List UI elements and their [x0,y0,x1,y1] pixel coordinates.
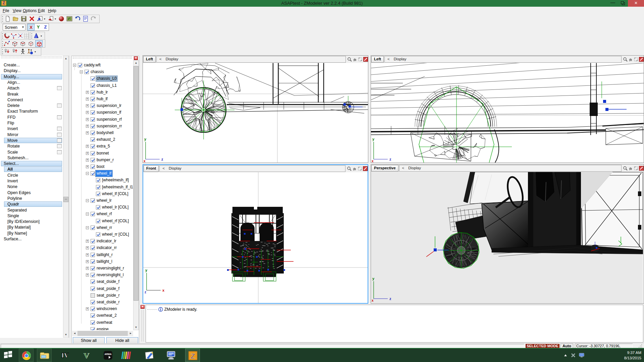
tree-expander-icon[interactable]: + [86,267,89,270]
tree-checkbox[interactable] [91,124,95,128]
tree-label[interactable]: exhaust_2 [96,136,116,143]
tree-label[interactable]: wheel_lf [COL] [101,191,129,197]
render-mode-icon[interactable] [639,166,644,171]
tree-checkbox[interactable] [91,97,95,101]
tray-app-icon[interactable] [571,353,576,358]
taskbar-remote-desktop-icon[interactable] [164,349,178,362]
tree-expander-icon[interactable]: + [86,118,89,121]
polyline-mode-icon[interactable] [3,40,10,47]
tree-label[interactable]: indicator_lr [96,238,117,244]
tree-label[interactable]: suspension_lf [96,109,122,116]
tree-expander-icon[interactable]: + [86,111,89,114]
tree-checkbox[interactable] [91,327,95,330]
tree-expander-icon[interactable]: + [86,260,89,263]
tree-checkbox[interactable] [91,253,95,257]
command-by-name[interactable]: [By Name] [0,231,63,236]
bones-figure-icon[interactable] [19,48,26,55]
command-exact-transform[interactable]: Exact Transform [0,109,63,114]
scroll-up-icon[interactable]: ▲ [63,56,68,61]
tree-checkbox[interactable] [91,313,95,318]
command-modify[interactable]: Modify... [0,74,63,80]
scroll-down-icon[interactable]: ▼ [63,332,68,337]
tree-label[interactable]: seat_pside_r [96,292,121,299]
tree-label[interactable]: bonnet [96,150,110,157]
maximize-viewport-icon[interactable] [358,166,362,171]
scroll-thumb[interactable] [63,197,68,202]
tree-checkbox[interactable] [91,83,95,88]
material-editor-sphere-icon[interactable] [58,15,65,22]
tree-label[interactable]: taillight_l [96,258,113,265]
tree-label[interactable]: reversinglight_l [96,272,125,278]
scroll-right-icon[interactable]: ► [128,331,133,336]
command-scale[interactable]: Scale [0,149,63,155]
save-icon[interactable] [20,15,28,22]
command-by-material[interactable]: [By Material] [0,225,63,230]
command-single[interactable]: Single [0,213,63,219]
taskbar-image-editor-icon[interactable] [142,349,157,362]
command-circle[interactable]: Circle [0,173,63,178]
log-panel-close-icon[interactable]: ✕ [141,305,145,309]
wireframe-canvas-front[interactable]: yxz [143,172,368,303]
option-box[interactable] [57,104,62,108]
command-align[interactable]: Align... [0,80,63,85]
command-delete[interactable]: Delete [0,103,63,109]
zoom-icon[interactable] [347,57,352,62]
pan-hand-icon[interactable] [628,166,633,171]
tree-checkbox[interactable] [91,137,95,142]
dropdown-arrow-icon[interactable]: ▾ [44,17,47,20]
tree-panel-close-icon[interactable]: ✕ [134,56,138,60]
tree-checkbox[interactable] [96,178,100,182]
tree-label[interactable]: chassis [90,69,105,75]
texture-browser-icon[interactable] [66,15,73,22]
command-ffd[interactable]: FFD [0,115,63,120]
close-button[interactable]: ✕ [628,0,644,7]
command-display[interactable]: Display... [0,68,63,74]
option-box[interactable] [57,133,62,137]
tree-expander-icon[interactable]: + [86,104,89,107]
option-box[interactable] [57,150,62,154]
tree-checkbox[interactable] [91,90,95,95]
command-flip[interactable]: Flip [0,120,63,126]
tree-expander-icon[interactable]: + [86,145,89,148]
tree-label[interactable]: [wheelmesh_lf_l1] [101,184,133,190]
tree-checkbox[interactable] [91,266,95,270]
open-file-icon[interactable] [12,15,19,22]
tree-scrollbar[interactable]: ▲ ▼ [133,60,139,330]
tree-checkbox[interactable] [91,117,95,122]
edges-level-icon[interactable] [19,40,26,47]
dropdown-arrow-icon[interactable]: ▾ [41,35,44,38]
axis-z-button[interactable]: Z [42,24,49,31]
tree-expander-icon[interactable]: + [86,131,89,134]
tree-item-caddy-wft[interactable]: −caddy.wft [72,62,133,69]
tree-expander-icon[interactable]: + [86,91,89,94]
undo-icon[interactable] [74,15,81,22]
command-all[interactable]: All [0,167,63,172]
minimize-button[interactable]: — [608,0,618,7]
export-file-icon[interactable] [47,15,54,22]
taskbar-gta4-icon[interactable]: IV [58,349,72,362]
render-mode-icon[interactable] [363,57,368,62]
wireframe-canvas-left-zoom[interactable]: yzx [371,63,644,163]
tree-checkbox[interactable] [91,131,95,135]
pan-hand-icon[interactable] [353,57,357,62]
tree-expander-icon[interactable]: + [86,307,89,310]
tree-label[interactable]: bumper_r [96,157,115,163]
tree-label[interactable]: overheat [96,319,113,326]
tree-label[interactable]: taillight_r [96,252,114,258]
tree-checkbox[interactable] [96,205,100,209]
command-none[interactable]: None [0,184,63,190]
tree-expander-icon[interactable]: − [86,213,89,216]
command-open-edges[interactable]: Open Edges [0,190,63,196]
tree-label[interactable]: boot [96,164,105,170]
tree-checkbox[interactable] [78,63,82,67]
taskbar-gta5-icon[interactable]: V [79,349,94,362]
panel-grip[interactable] [1,56,62,58]
tree-label[interactable]: caddy.wft [83,62,102,68]
vertices-level-icon[interactable] [11,40,18,47]
zoom-icon[interactable] [623,57,628,62]
tree-checkbox[interactable] [91,198,95,203]
tree-checkbox[interactable] [91,165,95,169]
command-break[interactable]: Break [0,92,63,97]
tree-label[interactable]: wheel_rr [COL] [101,231,130,238]
taskbar-chrome-icon[interactable] [19,349,34,362]
